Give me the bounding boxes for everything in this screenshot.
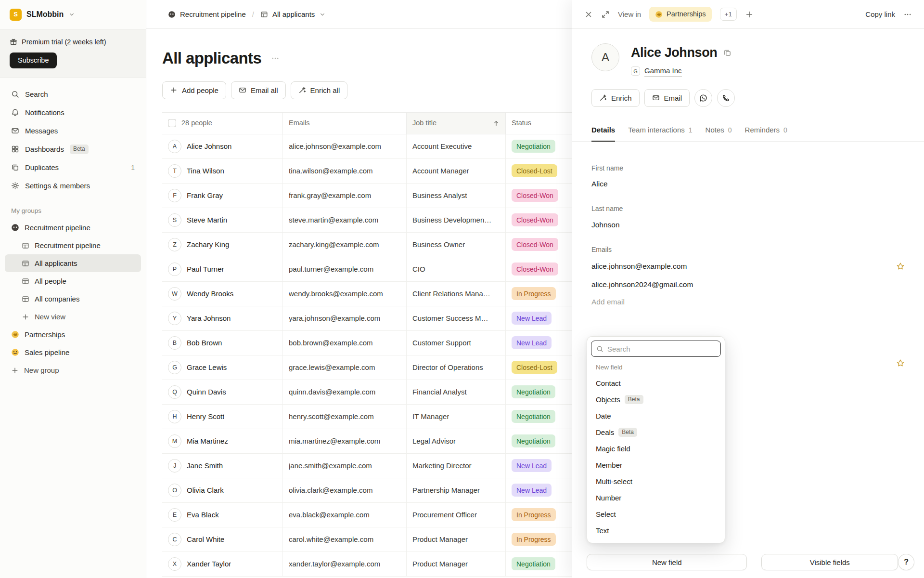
title-more-button[interactable] — [271, 54, 280, 63]
sidebar-item-search[interactable]: Search — [5, 85, 141, 104]
status-badge[interactable]: Negotiation — [512, 557, 555, 570]
status-badge[interactable]: Closed-Won — [512, 238, 558, 251]
field-type-label: Date — [596, 411, 611, 421]
sidebar-item-settings[interactable]: Settings & members — [5, 177, 141, 195]
breadcrumb-view[interactable]: All applicants — [260, 10, 326, 19]
subscribe-button[interactable]: Subscribe — [10, 53, 57, 68]
help-button[interactable]: ? — [898, 554, 914, 570]
email-value[interactable]: alice.johnson@example.com — [591, 261, 905, 272]
copy-name-icon[interactable] — [723, 49, 732, 57]
header-people[interactable]: 28 people — [162, 113, 283, 134]
status-badge[interactable]: New Lead — [512, 312, 552, 325]
visible-fields-button[interactable]: Visible fields — [761, 554, 898, 570]
status-badge[interactable]: Negotiation — [512, 410, 555, 423]
company-link[interactable]: Gamma Inc — [644, 66, 682, 77]
field-first-name: First name Alice — [591, 164, 905, 189]
copy-link-button[interactable]: Copy link — [865, 10, 895, 19]
tab-reminders[interactable]: Reminders 0 — [745, 125, 787, 142]
view-label: New view — [35, 312, 65, 322]
sidebar-view-recruitment-pipeline[interactable]: Recruitment pipeline — [5, 236, 141, 254]
sidebar-new-view[interactable]: New view — [5, 308, 141, 326]
favorite-star-icon[interactable] — [896, 359, 905, 368]
field-type-option[interactable]: Date — [591, 408, 721, 424]
field-type-option[interactable]: Deals Beta — [591, 424, 721, 441]
status-badge[interactable]: Negotiation — [512, 140, 555, 153]
call-button[interactable] — [717, 89, 735, 107]
tab-team-interactions[interactable]: Team interactions 1 — [628, 125, 692, 142]
sidebar-group-recruitment-pipeline[interactable]: Recruitment pipeline — [5, 219, 141, 236]
status-badge[interactable]: Negotiation — [512, 385, 555, 398]
status-badge[interactable]: Negotiation — [512, 434, 555, 447]
status-badge[interactable]: In Progress — [512, 508, 556, 521]
header-label: Job title — [412, 118, 436, 128]
status-badge[interactable]: New Lead — [512, 484, 552, 497]
sidebar-group-sales-pipeline[interactable]: Sales pipeline — [5, 343, 141, 361]
status-badge[interactable]: New Lead — [512, 459, 552, 472]
status-badge[interactable]: Closed-Lost — [512, 361, 557, 374]
field-emails: Emails alice.johnson@example.com alice.j… — [591, 245, 905, 307]
avatar: Z — [168, 238, 181, 251]
new-field-dropdown: New field Contact Objects Beta Date — [587, 336, 725, 543]
workspace-switcher[interactable]: S SLMobbin — [0, 0, 146, 29]
tab-notes[interactable]: Notes 0 — [706, 125, 732, 142]
dropdown-section-label: New field — [591, 357, 721, 375]
sidebar-item-messages[interactable]: Messages — [5, 122, 141, 140]
status-badge[interactable]: In Progress — [512, 533, 556, 546]
person-email: wendy.brooks@example.com — [289, 289, 383, 299]
partnerships-icon — [11, 330, 19, 339]
more-lists-badge[interactable]: +1 — [720, 8, 737, 21]
add-people-button[interactable]: Add people — [162, 81, 226, 99]
field-value[interactable]: Johnson — [591, 220, 905, 230]
whatsapp-button[interactable] — [694, 89, 712, 107]
tab-details[interactable]: Details — [591, 125, 615, 142]
add-email-link[interactable]: Add email — [591, 297, 905, 307]
email-value[interactable]: alice.johnson2024@gmail.com — [591, 279, 905, 290]
sidebar-item-notifications[interactable]: Notifications — [5, 104, 141, 122]
context-list-pill[interactable]: Partnerships — [649, 7, 711, 22]
field-type-option[interactable]: Select — [591, 506, 721, 523]
sidebar-view-all-people[interactable]: All people — [5, 272, 141, 290]
recruitment-pipeline-icon — [168, 11, 176, 18]
more-options-icon[interactable] — [903, 10, 912, 19]
sidebar-group-partnerships[interactable]: Partnerships — [5, 326, 141, 343]
group-label: New group — [24, 366, 59, 375]
field-type-option[interactable]: Contact — [591, 375, 721, 392]
sidebar-new-group[interactable]: New group — [5, 361, 141, 379]
sidebar-item-dashboards[interactable]: Dashboards Beta — [5, 140, 141, 158]
favorite-star-icon[interactable] — [896, 262, 905, 271]
email-all-button[interactable]: Email all — [231, 81, 286, 99]
sidebar-view-all-applicants[interactable]: All applicants — [5, 254, 141, 272]
new-field-button[interactable]: New field — [587, 554, 747, 570]
email-button[interactable]: Email — [644, 89, 690, 107]
sidebar-item-duplicates[interactable]: Duplicates 1 — [5, 158, 141, 177]
close-icon[interactable] — [584, 10, 593, 19]
field-value[interactable]: Alice — [591, 179, 905, 189]
sidebar-item-label: Notifications — [25, 108, 64, 118]
status-badge[interactable]: Closed-Won — [512, 189, 558, 202]
status-badge[interactable]: In Progress — [512, 287, 556, 300]
sidebar-view-all-companies[interactable]: All companies — [5, 290, 141, 308]
add-to-list-button[interactable] — [745, 10, 754, 19]
person-email: bob.brown@example.com — [289, 338, 372, 348]
status-badge[interactable]: Closed-Won — [512, 213, 558, 226]
field-type-option[interactable]: Member — [591, 457, 721, 473]
field-type-option[interactable]: Objects Beta — [591, 392, 721, 408]
select-all-checkbox[interactable] — [168, 119, 176, 127]
header-emails[interactable]: Emails — [283, 113, 407, 134]
status-badge[interactable]: New Lead — [512, 336, 552, 349]
enrich-button[interactable]: Enrich — [591, 89, 640, 107]
field-type-option[interactable]: Multi-select — [591, 473, 721, 490]
breadcrumb-group[interactable]: Recruitment pipeline — [168, 10, 246, 19]
status-badge[interactable]: Closed-Won — [512, 263, 558, 276]
sidebar-item-label: Search — [25, 90, 48, 99]
search-input[interactable] — [607, 345, 716, 353]
header-job-title[interactable]: Job title — [407, 113, 506, 134]
sales-pipeline-icon — [11, 348, 19, 356]
avatar: O — [168, 484, 181, 497]
field-type-option[interactable]: Magic field — [591, 441, 721, 457]
field-type-option[interactable]: Number — [591, 490, 721, 506]
expand-icon[interactable] — [601, 10, 610, 19]
field-type-option[interactable]: Text — [591, 523, 721, 539]
enrich-all-button[interactable]: Enrich all — [291, 81, 348, 99]
status-badge[interactable]: Closed-Lost — [512, 164, 557, 177]
